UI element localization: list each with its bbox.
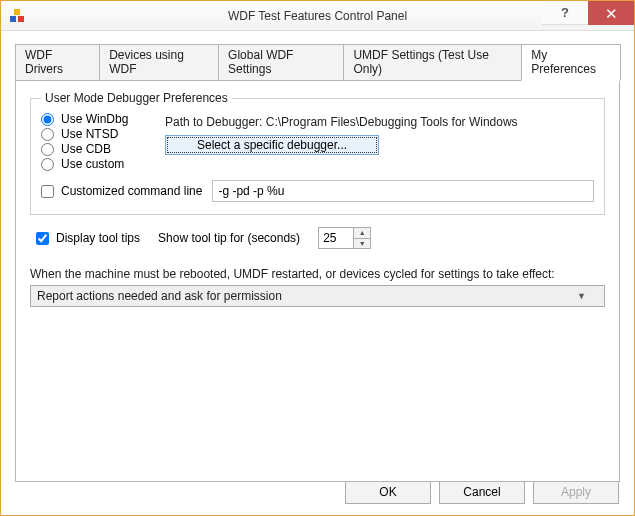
radio-use-windbg-label: Use WinDbg bbox=[61, 112, 128, 126]
radio-use-cdb-input[interactable] bbox=[41, 143, 54, 156]
display-tooltips-check[interactable]: Display tool tips bbox=[36, 231, 140, 245]
radio-use-ntsd-input[interactable] bbox=[41, 128, 54, 141]
debugger-preferences-group: User Mode Debugger Preferences Use WinDb… bbox=[30, 91, 605, 215]
radio-use-custom-input[interactable] bbox=[41, 158, 54, 171]
apply-button: Apply bbox=[533, 480, 619, 504]
radio-use-windbg[interactable]: Use WinDbg bbox=[41, 112, 151, 126]
display-tooltips-label: Display tool tips bbox=[56, 231, 140, 245]
radio-use-ntsd-label: Use NTSD bbox=[61, 127, 118, 141]
tab-devices-using-wdf[interactable]: Devices using WDF bbox=[99, 44, 219, 81]
tab-umdf-settings[interactable]: UMDF Settings (Test Use Only) bbox=[343, 44, 522, 81]
window-title: WDF Test Features Control Panel bbox=[1, 9, 634, 23]
tooltip-seconds-spinner[interactable]: ▲ ▼ bbox=[318, 227, 371, 249]
svg-rect-0 bbox=[10, 16, 16, 22]
dialog-button-row: OK Cancel Apply bbox=[345, 480, 619, 504]
radio-use-cdb-label: Use CDB bbox=[61, 142, 111, 156]
radio-use-custom-label: Use custom bbox=[61, 157, 124, 171]
close-button[interactable]: ✕ bbox=[588, 1, 634, 25]
display-tooltips-input[interactable] bbox=[36, 232, 49, 245]
reboot-behavior-dropdown[interactable]: Report actions needed and ask for permis… bbox=[30, 285, 605, 307]
app-icon bbox=[9, 8, 25, 24]
tooltip-seconds-input[interactable] bbox=[319, 228, 353, 248]
select-debugger-button[interactable]: Select a specific debugger... bbox=[165, 135, 379, 155]
cancel-button[interactable]: Cancel bbox=[439, 480, 525, 504]
chevron-down-icon: ▼ bbox=[577, 291, 586, 301]
tab-global-wdf-settings[interactable]: Global WDF Settings bbox=[218, 44, 344, 81]
customized-cmdline-label: Customized command line bbox=[61, 184, 202, 198]
radio-use-custom[interactable]: Use custom bbox=[41, 157, 151, 171]
svg-rect-2 bbox=[14, 9, 20, 15]
show-tooltip-label: Show tool tip for (seconds) bbox=[158, 231, 300, 245]
ok-button[interactable]: OK bbox=[345, 480, 431, 504]
debugger-path-label: Path to Debugger: C:\Program Files\Debug… bbox=[165, 115, 594, 129]
reboot-behavior-selected: Report actions needed and ask for permis… bbox=[37, 289, 282, 303]
radio-use-cdb[interactable]: Use CDB bbox=[41, 142, 151, 156]
customized-cmdline-input[interactable] bbox=[41, 185, 54, 198]
tab-panel-my-preferences: User Mode Debugger Preferences Use WinDb… bbox=[15, 80, 620, 482]
spinner-down[interactable]: ▼ bbox=[354, 239, 370, 249]
svg-rect-1 bbox=[18, 16, 24, 22]
tab-wdf-drivers[interactable]: WDF Drivers bbox=[15, 44, 100, 81]
reboot-behavior-label: When the machine must be rebooted, UMDF … bbox=[30, 267, 605, 281]
cmdline-field[interactable] bbox=[212, 180, 594, 202]
help-button[interactable]: ? bbox=[542, 1, 588, 25]
tab-my-preferences[interactable]: My Preferences bbox=[521, 44, 621, 81]
group-legend: User Mode Debugger Preferences bbox=[41, 91, 232, 105]
spinner-up[interactable]: ▲ bbox=[354, 228, 370, 239]
tab-strip: WDF Drivers Devices using WDF Global WDF… bbox=[15, 44, 620, 81]
radio-use-ntsd[interactable]: Use NTSD bbox=[41, 127, 151, 141]
titlebar: WDF Test Features Control Panel ? ✕ bbox=[1, 1, 634, 31]
radio-use-windbg-input[interactable] bbox=[41, 113, 54, 126]
customized-cmdline-check[interactable]: Customized command line bbox=[41, 184, 202, 198]
